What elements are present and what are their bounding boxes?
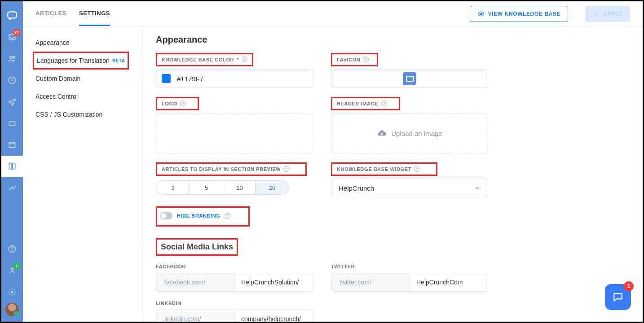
settings-sidebar: Appearance Languages for Translation BET… [23, 26, 143, 322]
topbar: ARTICLES SETTINGS VIEW KNOWLEDGE BASE AP… [23, 1, 643, 26]
articles-preview-segmented: 3 5 10 20 [156, 180, 289, 195]
eye-icon [477, 10, 485, 17]
upload-text: Upload an image [391, 130, 442, 137]
help-icon[interactable]: ? [414, 166, 420, 172]
cloud-upload-icon [377, 128, 387, 138]
svg-rect-4 [9, 122, 15, 126]
logo-upload[interactable] [156, 113, 313, 153]
social-media-title: Social Media Links [156, 238, 238, 256]
tab-settings[interactable]: SETTINGS [79, 2, 110, 26]
twitter-label: TWITTER [331, 264, 488, 269]
svg-point-2 [13, 57, 15, 58]
kb-widget-select[interactable]: HelpCrunch [331, 179, 488, 197]
kb-color-input[interactable]: #1179F7 [156, 69, 313, 88]
favicon-preview[interactable] [331, 69, 488, 88]
svg-rect-0 [8, 12, 17, 18]
sidebar-label: Access Control [35, 93, 78, 100]
facebook-label: FACEBOOK [156, 264, 313, 269]
sidebar-item-access[interactable]: Access Control [23, 87, 143, 105]
kb-color-label: KNOWLEDGE BASE COLOR * ? [162, 57, 247, 62]
apply-label: APPLY [604, 11, 622, 17]
facebook-prefix: facebook.com/ [156, 273, 235, 291]
send-nav[interactable] [1, 91, 23, 113]
sidebar-label: Appearance [35, 39, 70, 46]
header-image-upload[interactable]: Upload an image [331, 113, 488, 153]
sidebar-item-languages[interactable]: Languages for Translation BETA [23, 52, 143, 70]
nav-rail: 17 2 [1, 1, 23, 322]
svg-point-1 [10, 56, 12, 58]
svg-point-9 [11, 291, 13, 293]
header-image-label: HEADER IMAGE ? [337, 100, 387, 106]
chat-icon [612, 291, 624, 303]
twitter-prefix: twitter.com/ [331, 273, 410, 291]
svg-point-8 [11, 268, 13, 270]
analytics-nav[interactable] [1, 177, 23, 199]
widget-nav[interactable] [1, 134, 23, 156]
sidebar-label: CSS / JS Customization [35, 111, 102, 118]
seg-20[interactable]: 20 [256, 180, 289, 195]
sidebar-item-domain[interactable]: Custom Domain [23, 70, 143, 87]
kb-widget-label: KNOWLEDGE BASE WIDGET ? [337, 166, 420, 172]
seg-3[interactable]: 3 [156, 181, 190, 194]
svg-point-7 [12, 251, 13, 251]
sidebar-label: Languages for Translation [37, 57, 110, 64]
tab-articles[interactable]: ARTICLES [35, 2, 66, 26]
settings-nav[interactable] [1, 281, 23, 303]
help-icon[interactable]: ? [283, 166, 289, 172]
chat-badge: 1 [624, 281, 634, 291]
linkedin-value: company/helpcrunch/ [235, 310, 313, 322]
team-nav[interactable]: 2 [1, 260, 23, 281]
seg-10[interactable]: 10 [223, 181, 256, 194]
help-icon[interactable]: ? [225, 213, 230, 219]
page-title: Appearance [156, 35, 630, 45]
favicon-label: FAVICON ? [337, 57, 369, 62]
inbox-badge: 17 [13, 29, 20, 36]
help-icon[interactable]: ? [180, 100, 186, 106]
svg-rect-5 [9, 142, 15, 148]
chat-launcher[interactable]: 1 [605, 284, 631, 310]
hide-branding-label: HIDE BRANDING [177, 213, 220, 218]
help-icon[interactable]: ? [363, 57, 369, 62]
seg-5[interactable]: 5 [190, 181, 223, 194]
kb-color-value: #1179F7 [177, 75, 203, 83]
knowledgebase-nav[interactable] [1, 156, 23, 177]
team-badge: 2 [13, 262, 20, 270]
facebook-value: HelpCrunchSolution/ [235, 273, 313, 291]
sidebar-item-cssjs[interactable]: CSS / JS Customization [23, 105, 143, 123]
linkedin-input[interactable]: linkedin.com/ company/helpcrunch/ [156, 310, 313, 322]
hide-branding-toggle[interactable] [160, 212, 172, 219]
logo-label: LOGO ? [162, 100, 186, 106]
contacts-nav[interactable] [1, 48, 23, 70]
linkedin-prefix: linkedin.com/ [156, 310, 235, 322]
history-nav[interactable] [1, 70, 23, 91]
favicon-image [403, 72, 416, 85]
content-area: Appearance KNOWLEDGE BASE COLOR * ? [143, 26, 643, 322]
help-icon[interactable]: ? [242, 57, 247, 62]
facebook-input[interactable]: facebook.com/ HelpCrunchSolution/ [156, 273, 313, 292]
linkedin-label: LINKEDIN [156, 301, 313, 306]
user-avatar[interactable] [5, 303, 19, 316]
app-logo[interactable] [1, 5, 23, 26]
help-icon[interactable]: ? [381, 100, 387, 106]
help-nav[interactable] [1, 238, 23, 260]
beta-badge: BETA [112, 58, 125, 63]
view-kb-button[interactable]: VIEW KNOWLEDGE BASE [470, 6, 568, 22]
view-kb-label: VIEW KNOWLEDGE BASE [488, 11, 560, 17]
apply-button: APPLY [585, 6, 630, 22]
twitter-input[interactable]: twitter.com/ HelpCrunchCom [331, 273, 488, 292]
check-icon [593, 10, 600, 17]
chevron-down-icon [474, 185, 481, 191]
inbox-nav[interactable]: 17 [1, 26, 23, 48]
sidebar-label: Custom Domain [35, 75, 80, 82]
bot-nav[interactable] [1, 113, 23, 134]
articles-preview-label: ARTICLES TO DISPLAY IN SECTION PREVIEW ? [162, 166, 289, 172]
svg-point-10 [480, 13, 482, 15]
twitter-value: HelpCrunchCom [410, 273, 488, 291]
kb-widget-value: HelpCrunch [339, 184, 374, 192]
sidebar-item-appearance[interactable]: Appearance [23, 34, 143, 52]
color-swatch [162, 74, 171, 83]
